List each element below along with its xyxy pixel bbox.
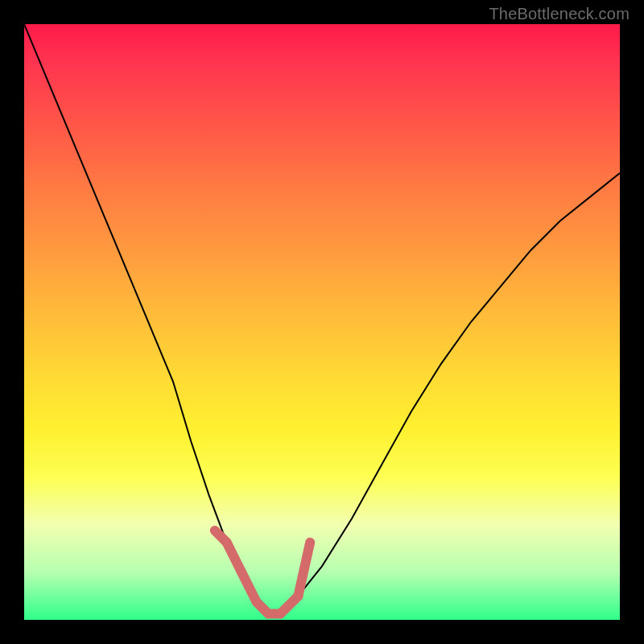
optimal-marker-right (298, 543, 310, 597)
chart-svg (24, 24, 620, 620)
optimal-marker-mid (227, 543, 299, 614)
chart-area (24, 24, 620, 620)
watermark-text: TheBottleneck.com (489, 5, 630, 23)
bottleneck-curve (24, 24, 620, 614)
